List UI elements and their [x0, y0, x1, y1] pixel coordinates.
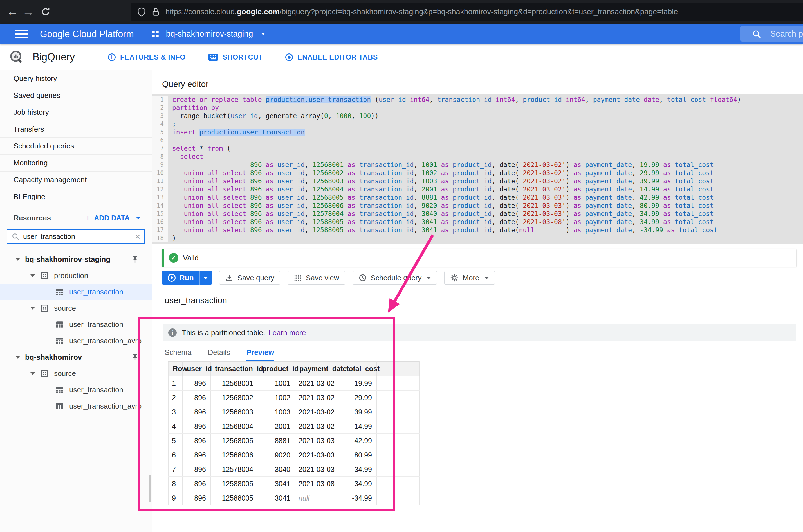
- save-view-button[interactable]: Save view: [287, 271, 345, 285]
- sidebar-item-monitoring[interactable]: Monitoring: [0, 155, 152, 172]
- cell-filler: [377, 491, 419, 505]
- divider: [152, 291, 803, 291]
- cell-transaction_id: 12568001: [211, 376, 258, 391]
- tree-item-user-transaction[interactable]: user_transaction: [0, 316, 152, 332]
- tree-item-bq-shakhomirov[interactable]: bq-shakhomirov: [0, 349, 152, 365]
- tree-item-user-transaction-avro[interactable]: user_transaction_avro: [0, 398, 152, 414]
- tab-schema[interactable]: Schema: [165, 348, 191, 361]
- preview-table: Rowuser_idtransaction_idproduct_idpaymen…: [168, 361, 419, 505]
- menu-icon[interactable]: [15, 27, 28, 40]
- pin-icon[interactable]: [131, 255, 139, 265]
- preview-table-header: Rowuser_idtransaction_idproduct_idpaymen…: [169, 362, 419, 376]
- shortcut-link[interactable]: SHORTCUT: [208, 53, 263, 61]
- tree-item-source[interactable]: source: [0, 365, 152, 382]
- table-row: 58961256800588812021-03-0342.99: [169, 434, 419, 448]
- run-button[interactable]: Run: [162, 271, 212, 285]
- tab-preview[interactable]: Preview: [246, 348, 274, 361]
- sidebar-item-capacity-management[interactable]: Capacity management: [0, 172, 152, 188]
- learn-more-link[interactable]: Learn more: [268, 328, 306, 337]
- tree-item-label: source: [54, 304, 76, 313]
- tree-item-user-transaction[interactable]: user_transaction: [0, 382, 152, 398]
- column-header-Row: Row: [169, 362, 183, 376]
- table-name-title: user_transaction: [165, 294, 803, 306]
- tree-item-label: bq-shakhomirov: [25, 353, 82, 362]
- code-text: union all select 896 as user_id, 1256800…: [168, 193, 714, 202]
- divider: [152, 314, 803, 314]
- code-line: 3 range_bucket(user_id, generate_array(0…: [152, 112, 803, 120]
- line-number: 1: [152, 96, 168, 104]
- project-selector[interactable]: bq-shakhomirov-staging: [152, 29, 265, 39]
- resource-search-box: ×: [7, 229, 145, 244]
- sidebar-item-bi-engine[interactable]: BI Engine: [0, 188, 152, 205]
- resource-search-input[interactable]: [23, 232, 135, 241]
- sql-editor[interactable]: 1create or replace table production.user…: [152, 94, 803, 244]
- cell-payment_date: 2021-03-02: [295, 376, 342, 391]
- resources-title: Resources: [14, 214, 85, 223]
- pin-icon[interactable]: [131, 353, 139, 362]
- cell-user_id: 896: [183, 419, 211, 434]
- sidebar-item-job-history[interactable]: Job history: [0, 104, 152, 121]
- sidebar-item-query-history[interactable]: Query history: [0, 70, 152, 87]
- target-icon: [285, 53, 293, 61]
- enable-editor-tabs-link[interactable]: ENABLE EDITOR TABS: [285, 53, 378, 61]
- line-number: 12: [152, 185, 168, 193]
- table-icon: [55, 385, 64, 394]
- bigquery-logo-icon: [8, 49, 25, 65]
- cell-filler: [377, 448, 419, 462]
- gcp-product-title: Google Cloud Platform: [40, 29, 134, 39]
- cell-total_cost: -34.99: [342, 491, 377, 505]
- clock-icon: [358, 273, 367, 282]
- cell-total_cost: 39.99: [342, 405, 377, 419]
- bigquery-console-screen: ← → https://console.cloud.google.com/big…: [0, 0, 803, 532]
- expand-caret-icon[interactable]: [16, 356, 20, 359]
- cell-user_id: 896: [183, 434, 211, 448]
- address-bar[interactable]: https://console.cloud.google.com/bigquer…: [131, 2, 803, 21]
- expand-caret-icon[interactable]: [16, 258, 20, 261]
- cell-filler: [377, 434, 419, 448]
- tree-item-source[interactable]: source: [0, 300, 152, 316]
- run-options-button[interactable]: [200, 271, 212, 285]
- url-text: https://console.cloud.google.com/bigquer…: [165, 7, 678, 16]
- more-button[interactable]: More: [444, 271, 494, 285]
- schedule-query-button[interactable]: Schedule query: [353, 271, 437, 285]
- column-header-product_id: product_id: [258, 362, 295, 376]
- tree-item-user-transaction-avro[interactable]: user_transaction_avro: [0, 332, 152, 349]
- cell-user_id: 896: [183, 448, 211, 462]
- sidebar-item-saved-queries[interactable]: Saved queries: [0, 87, 152, 104]
- sidebar-item-transfers[interactable]: Transfers: [0, 121, 152, 138]
- features-info-link[interactable]: i FEATURES & INFO: [108, 53, 185, 61]
- expand-caret-icon[interactable]: [31, 274, 35, 277]
- expand-caret-icon[interactable]: [31, 307, 35, 309]
- sidebar-scrollbar[interactable]: [149, 475, 151, 502]
- tab-details[interactable]: Details: [208, 348, 230, 361]
- sidebar-item-scheduled-queries[interactable]: Scheduled queries: [0, 138, 152, 155]
- code-line: 2partition by: [152, 104, 803, 112]
- tree-item-production[interactable]: production: [0, 267, 152, 284]
- global-search-input[interactable]: Search pro: [740, 26, 803, 42]
- column-header-user_id: user_id: [183, 362, 211, 376]
- browser-toolbar: ← → https://console.cloud.google.com/big…: [0, 0, 803, 24]
- tree-item-label: source: [54, 369, 76, 378]
- code-text: union all select 896 as user_id, 1256800…: [168, 202, 714, 210]
- cell-total_cost: 19.99: [342, 376, 377, 391]
- browser-reload-icon[interactable]: [38, 6, 54, 17]
- tree-item-bq-shakhomirov-staging[interactable]: bq-shakhomirov-staging: [0, 251, 152, 267]
- save-query-button[interactable]: Save query: [219, 271, 281, 285]
- add-data-button[interactable]: + ADD DATA: [85, 213, 141, 224]
- browser-back-icon[interactable]: ←: [4, 5, 20, 19]
- line-number: 4: [152, 120, 168, 128]
- tree-item-user-transaction[interactable]: user_transaction: [0, 284, 152, 300]
- browser-forward-icon[interactable]: →: [20, 5, 36, 19]
- cell-user_id: 896: [183, 477, 211, 491]
- clear-search-icon[interactable]: ×: [135, 232, 141, 241]
- code-line: 11 union all select 896 as user_id, 1256…: [152, 177, 803, 185]
- cell-user_id: 896: [183, 491, 211, 505]
- cell-transaction_id: 12568003: [211, 405, 258, 419]
- code-text: union all select 896 as user_id, 1256800…: [168, 169, 714, 177]
- expand-caret-icon[interactable]: [31, 372, 35, 375]
- code-text: range_bucket(user_id, generate_array(0, …: [168, 112, 379, 120]
- dataset-icon: [40, 369, 49, 378]
- code-line: 9 896 as user_id, 12568001 as transactio…: [152, 161, 803, 169]
- line-number: 11: [152, 177, 168, 185]
- cell-transaction_id: 12568002: [211, 391, 258, 405]
